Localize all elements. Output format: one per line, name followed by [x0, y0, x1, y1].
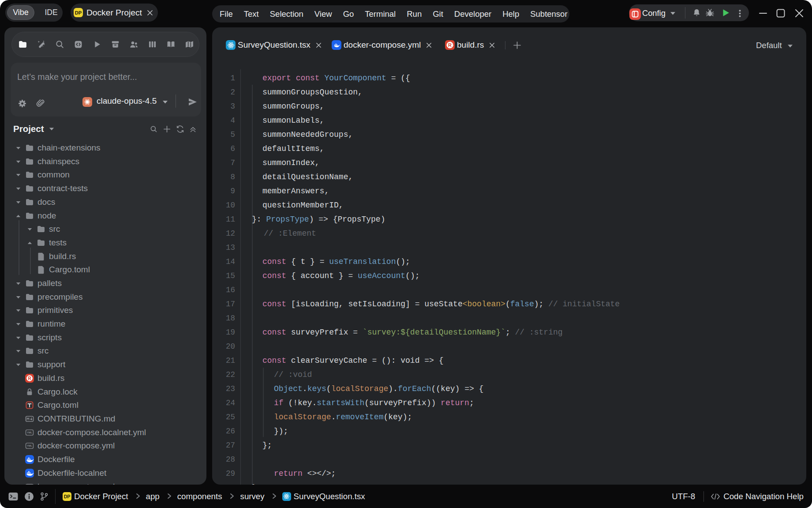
svg-text:YML: YML [27, 431, 33, 434]
svg-text:YML: YML [27, 444, 33, 447]
svg-text:R: R [448, 42, 452, 48]
svg-text:R: R [28, 376, 31, 381]
